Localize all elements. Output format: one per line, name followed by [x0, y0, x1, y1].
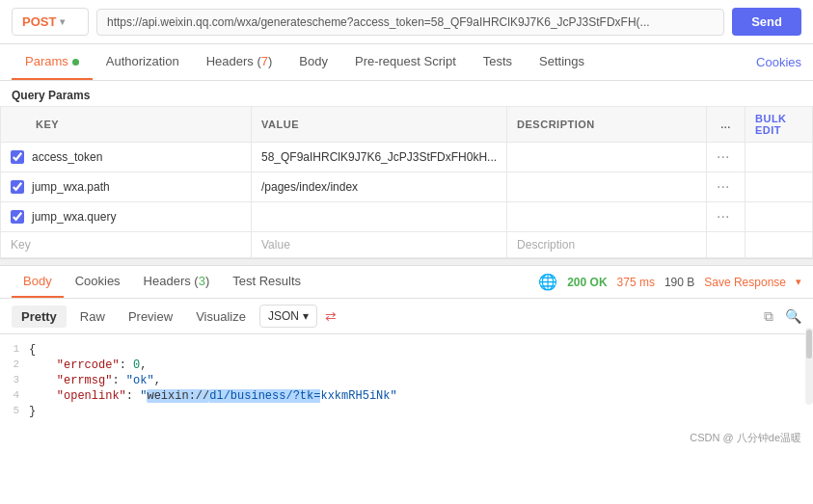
save-response-chevron[interactable]: ▾ — [796, 276, 801, 288]
request-tabs-row: Params Authorization Headers (7) Body Pr… — [0, 44, 813, 81]
placeholder-row: Key Value Description — [1, 232, 813, 258]
copy-icon[interactable]: ⧉ — [764, 308, 773, 325]
description-header: DESCRIPTION — [507, 107, 707, 143]
status-size: 190 B — [664, 276, 694, 289]
json-line-1: 1 { — [0, 342, 813, 358]
table-row: access_token 58_QF9aIHRClK9J7K6_JcPJ3StF… — [1, 143, 813, 172]
action-cell: ··· — [707, 202, 745, 232]
format-visualize[interactable]: Visualize — [186, 305, 256, 328]
scrollbar-thumb[interactable] — [806, 330, 812, 358]
query-params-label: Query Params — [0, 81, 813, 106]
row2-checkbox[interactable] — [11, 180, 24, 194]
tab-params[interactable]: Params — [12, 44, 93, 80]
params-dot — [72, 59, 79, 66]
json-content: { — [29, 343, 36, 357]
method-value: POST — [22, 14, 56, 29]
format-type-select[interactable]: JSON ▾ — [259, 305, 317, 328]
value-cell — [252, 202, 507, 232]
top-bar: POST ▾ Send — [0, 0, 813, 44]
row3-checkbox[interactable] — [11, 210, 24, 224]
placeholder-desc[interactable]: Description — [507, 232, 707, 258]
json-content: "errcode": 0, — [29, 358, 147, 372]
more-header: ... — [707, 107, 745, 143]
response-status: 🌐 200 OK 375 ms 190 B Save Response ▾ — [538, 273, 801, 291]
format-raw[interactable]: Raw — [70, 305, 115, 328]
line-number: 4 — [0, 389, 29, 403]
value-cell: 58_QF9aIHRClK9J7K6_JcPJ3StFDxFH0kH... — [252, 143, 507, 172]
line-number: 1 — [0, 343, 29, 357]
json-content: "errmsg": "ok", — [29, 374, 161, 387]
table-row: jump_wxa.path /pages/index/index ··· — [1, 172, 813, 202]
globe-icon: 🌐 — [538, 273, 557, 291]
bulk-cell — [745, 202, 813, 232]
key-cell: jump_wxa.path — [1, 172, 252, 202]
format-preview[interactable]: Preview — [119, 305, 182, 328]
desc-cell — [507, 143, 707, 172]
key-cell: access_token — [1, 143, 252, 172]
row1-more-btn[interactable]: ··· — [717, 148, 729, 166]
tab-authorization[interactable]: Authorization — [93, 44, 193, 80]
placeholder-key[interactable]: Key — [1, 232, 252, 258]
row3-more-btn[interactable]: ··· — [717, 208, 729, 225]
json-line-2: 2 "errcode": 0, — [0, 358, 813, 373]
json-content: } — [29, 405, 36, 418]
json-line-3: 3 "errmsg": "ok", — [0, 373, 813, 388]
url-input[interactable] — [96, 9, 724, 36]
json-body: 1 { 2 "errcode": 0, 3 "errmsg": "ok", 4 … — [0, 334, 813, 427]
format-pretty[interactable]: Pretty — [12, 305, 67, 328]
bulk-cell — [745, 172, 813, 202]
section-divider — [0, 258, 813, 266]
action-cell: ··· — [707, 172, 745, 202]
save-response-button[interactable]: Save Response — [704, 276, 786, 289]
tab-prerequest[interactable]: Pre-request Script — [341, 44, 470, 80]
method-chevron: ▾ — [60, 16, 65, 27]
format-chevron: ▾ — [303, 309, 309, 323]
scrollbar[interactable] — [805, 328, 813, 405]
status-time: 375 ms — [617, 276, 655, 289]
value-cell: /pages/index/index — [252, 172, 507, 202]
json-content: "openlink": "weixin://dl/business/?tk=kx… — [29, 389, 397, 403]
table-row: jump_wxa.query ··· — [1, 202, 813, 232]
line-number: 2 — [0, 358, 29, 372]
tab-tests[interactable]: Tests — [470, 44, 526, 80]
tab-body[interactable]: Body — [285, 44, 341, 80]
response-tabs-row: Body Cookies Headers (3) Test Results 🌐 … — [0, 266, 813, 299]
format-bar: Pretty Raw Preview Visualize JSON ▾ ⇄ ⧉ … — [0, 299, 813, 334]
bulk-edit-header[interactable]: Bulk Edit — [745, 107, 813, 143]
placeholder-value[interactable]: Value — [252, 232, 507, 258]
value-header: VALUE — [252, 107, 507, 143]
tab-headers[interactable]: Headers (7) — [193, 44, 286, 80]
cookies-link[interactable]: Cookies — [756, 55, 801, 69]
resp-tab-headers[interactable]: Headers (3) — [132, 266, 222, 298]
search-icon[interactable]: 🔍 — [785, 308, 801, 324]
row2-more-btn[interactable]: ··· — [717, 178, 729, 196]
key-cell: jump_wxa.query — [1, 202, 252, 232]
method-select[interactable]: POST ▾ — [12, 8, 89, 36]
filter-icon[interactable]: ⇄ — [325, 308, 337, 324]
watermark: CSDN @ 八分钟de温暖 — [0, 427, 813, 449]
action-cell: ··· — [707, 143, 745, 172]
resp-tab-body[interactable]: Body — [12, 266, 64, 298]
tab-settings[interactable]: Settings — [526, 44, 598, 80]
status-ok: 200 OK — [567, 276, 607, 289]
json-line-5: 5 } — [0, 404, 813, 419]
line-number: 3 — [0, 374, 29, 387]
resp-tab-cookies[interactable]: Cookies — [64, 266, 132, 298]
desc-cell — [507, 202, 707, 232]
desc-cell — [507, 172, 707, 202]
send-button[interactable]: Send — [732, 8, 801, 36]
params-table: KEY VALUE DESCRIPTION ... Bulk Edit acce… — [0, 106, 813, 258]
resp-tab-test-results[interactable]: Test Results — [221, 266, 312, 298]
key-header: KEY — [1, 107, 252, 143]
bulk-cell — [745, 143, 813, 172]
row1-checkbox[interactable] — [11, 150, 24, 164]
line-number: 5 — [0, 405, 29, 418]
json-line-4: 4 "openlink": "weixin://dl/business/?tk=… — [0, 388, 813, 404]
